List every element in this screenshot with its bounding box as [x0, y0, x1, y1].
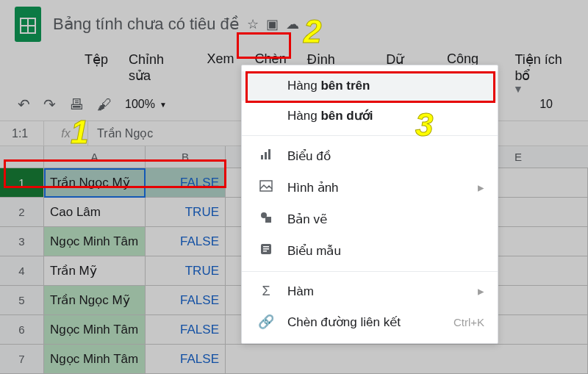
cell[interactable]: Trần Mỹ — [44, 256, 146, 286]
document-title[interactable]: Bảng tính chưa có tiêu đề — [53, 15, 240, 34]
cell[interactable]: TRUE — [146, 198, 226, 227]
menu-file[interactable]: Tệp — [74, 47, 118, 88]
row-header[interactable]: 7 — [0, 345, 44, 374]
menu-item-chart[interactable]: Biểu đồ — [242, 140, 498, 172]
dropdown-chevron-icon[interactable]: ▼ — [513, 83, 523, 95]
redo-icon[interactable]: ↷ — [43, 96, 56, 113]
shortcut-label: Ctrl+K — [453, 316, 484, 328]
cell[interactable]: Ngọc Minh Tâm — [44, 315, 146, 345]
column-header-a[interactable]: A — [44, 146, 146, 168]
menu-item-drawing[interactable]: Bản vẽ — [242, 204, 498, 235]
paint-format-icon[interactable]: 🖌 — [97, 96, 112, 113]
row-header[interactable]: 2 — [0, 198, 44, 227]
svg-rect-11 — [263, 246, 269, 248]
chart-icon — [258, 148, 274, 165]
select-all-corner[interactable] — [0, 146, 44, 168]
row-header[interactable]: 6 — [0, 315, 44, 345]
row-header[interactable]: 3 — [0, 227, 44, 256]
menu-separator — [242, 271, 498, 272]
row-header[interactable]: 4 — [0, 256, 44, 286]
cell[interactable]: TRUE — [146, 256, 226, 286]
menu-view[interactable]: Xem — [197, 47, 245, 88]
form-icon — [258, 242, 274, 259]
image-icon — [258, 179, 274, 196]
menu-item-form[interactable]: Biểu mẫu — [242, 235, 498, 267]
formula-bar[interactable]: Trần Ngọc — [88, 126, 153, 140]
menu-item-row-above[interactable]: Hàng bên trên — [242, 71, 498, 101]
sheets-logo — [13, 6, 43, 43]
svg-rect-4 — [261, 155, 263, 159]
cell[interactable] — [226, 345, 588, 374]
cell[interactable]: Ngọc Minh Tâm — [44, 227, 146, 256]
link-icon: 🔗 — [258, 314, 274, 330]
svg-rect-12 — [263, 248, 269, 250]
cell[interactable]: Cao Lâm — [44, 198, 146, 227]
menu-item-image[interactable]: Hình ảnh ▸ — [242, 172, 498, 204]
svg-rect-7 — [260, 181, 272, 191]
cell[interactable]: Trần Ngọc Mỹ — [44, 168, 146, 198]
print-icon[interactable]: 🖶 — [69, 96, 84, 113]
cloud-icon[interactable]: ☁ — [286, 16, 299, 32]
sigma-icon: Σ — [258, 284, 274, 299]
submenu-arrow-icon: ▸ — [478, 284, 484, 299]
svg-rect-13 — [263, 251, 267, 252]
menu-edit[interactable]: Chỉnh sửa — [118, 47, 197, 88]
submenu-arrow-icon: ▸ — [478, 180, 484, 195]
drawing-icon — [258, 211, 274, 228]
cell[interactable]: FALSE — [146, 315, 226, 345]
svg-rect-6 — [268, 149, 270, 159]
fx-icon: fx — [44, 121, 88, 145]
menu-item-link[interactable]: 🔗 Chèn đường liên kết Ctrl+K — [242, 306, 498, 337]
cell[interactable]: FALSE — [146, 227, 226, 256]
menu-separator — [242, 135, 498, 136]
row-header[interactable]: 1 — [0, 168, 44, 198]
column-header-b[interactable]: B — [146, 146, 226, 168]
svg-rect-5 — [265, 152, 267, 159]
menu-item-row-below[interactable]: Hàng bên dưới — [242, 101, 498, 131]
name-box[interactable]: 1:1 — [0, 121, 44, 145]
chevron-down-icon: ▼ — [159, 101, 167, 109]
row-header[interactable]: 5 — [0, 286, 44, 315]
font-size-value[interactable]: 10 — [539, 98, 575, 111]
cell[interactable]: Trần Ngọc Mỹ — [44, 286, 146, 315]
insert-menu-dropdown: Hàng bên trên Hàng bên dưới Biểu đồ Hình… — [241, 65, 498, 344]
move-icon[interactable]: ▣ — [266, 16, 279, 32]
zoom-selector[interactable]: 100% ▼ — [125, 98, 167, 111]
cell[interactable]: FALSE — [146, 286, 226, 315]
cell[interactable]: FALSE — [146, 345, 226, 374]
menu-extensions[interactable]: Tiện ích bổ — [504, 47, 588, 88]
cell[interactable]: Ngọc Minh Tâm — [44, 345, 146, 374]
menu-item-function[interactable]: Σ Hàm ▸ — [242, 276, 498, 306]
undo-icon[interactable]: ↶ — [18, 96, 30, 113]
star-icon[interactable]: ☆ — [247, 16, 259, 32]
cell[interactable]: FALSE — [146, 168, 226, 198]
svg-rect-9 — [265, 217, 271, 223]
